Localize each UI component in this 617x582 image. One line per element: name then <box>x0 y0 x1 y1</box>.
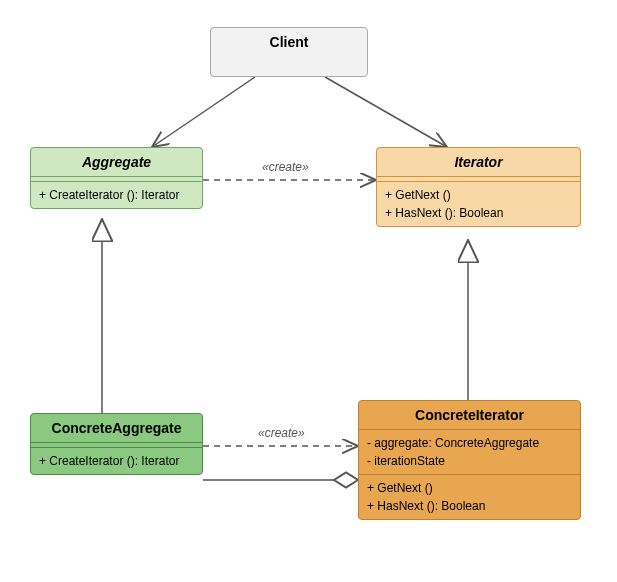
class-iterator-ops: + GetNext () + HasNext (): Boolean <box>377 181 580 226</box>
op: + GetNext () <box>367 479 572 497</box>
op: + HasNext (): Boolean <box>367 497 572 515</box>
uml-diagram: Client Aggregate + CreateIterator (): It… <box>0 0 617 582</box>
op: + CreateIterator (): Iterator <box>39 452 194 470</box>
class-concrete-iterator: ConcreteIterator - aggregate: ConcreteAg… <box>358 400 581 520</box>
class-concrete-iterator-title: ConcreteIterator <box>359 401 580 429</box>
attr: - aggregate: ConcreteAggregate <box>367 434 572 452</box>
class-concrete-aggregate-ops: + CreateIterator (): Iterator <box>31 447 202 474</box>
assoc-client-iterator <box>325 77 447 147</box>
label-create-agg-iter: «create» <box>262 160 309 174</box>
attr: - iterationState <box>367 452 572 470</box>
class-client-title: Client <box>211 28 367 56</box>
class-aggregate-ops: + CreateIterator (): Iterator <box>31 181 202 208</box>
class-concrete-iterator-ops: + GetNext () + HasNext (): Boolean <box>359 474 580 519</box>
class-concrete-iterator-attrs: - aggregate: ConcreteAggregate - iterati… <box>359 429 580 474</box>
class-aggregate: Aggregate + CreateIterator (): Iterator <box>30 147 203 209</box>
assoc-client-aggregate <box>152 77 255 147</box>
class-iterator: Iterator + GetNext () + HasNext (): Bool… <box>376 147 581 227</box>
class-concrete-aggregate-title: ConcreteAggregate <box>31 414 202 442</box>
class-concrete-aggregate: ConcreteAggregate + CreateIterator (): I… <box>30 413 203 475</box>
class-iterator-title: Iterator <box>377 148 580 176</box>
label-create-concagg-conciter: «create» <box>258 426 305 440</box>
class-aggregate-title: Aggregate <box>31 148 202 176</box>
op: + HasNext (): Boolean <box>385 204 572 222</box>
class-client: Client <box>210 27 368 77</box>
op: + GetNext () <box>385 186 572 204</box>
op: + CreateIterator (): Iterator <box>39 186 194 204</box>
